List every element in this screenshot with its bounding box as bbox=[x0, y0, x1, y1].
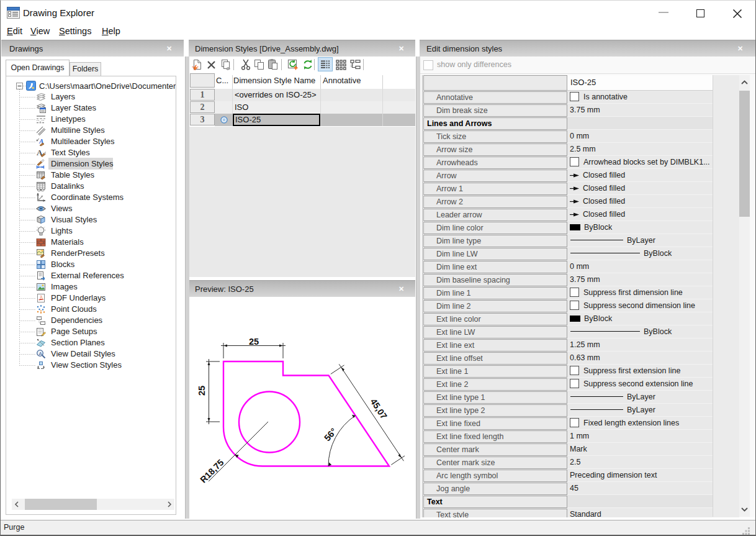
svg-text:R18,75: R18,75 bbox=[198, 457, 225, 484]
svg-text:A: A bbox=[39, 351, 43, 357]
svg-text:56°: 56° bbox=[322, 426, 339, 443]
svg-text:45,07: 45,07 bbox=[368, 397, 389, 421]
svg-text:25: 25 bbox=[249, 337, 259, 347]
svg-text:25: 25 bbox=[197, 386, 207, 396]
svg-text:A: A bbox=[39, 295, 43, 301]
